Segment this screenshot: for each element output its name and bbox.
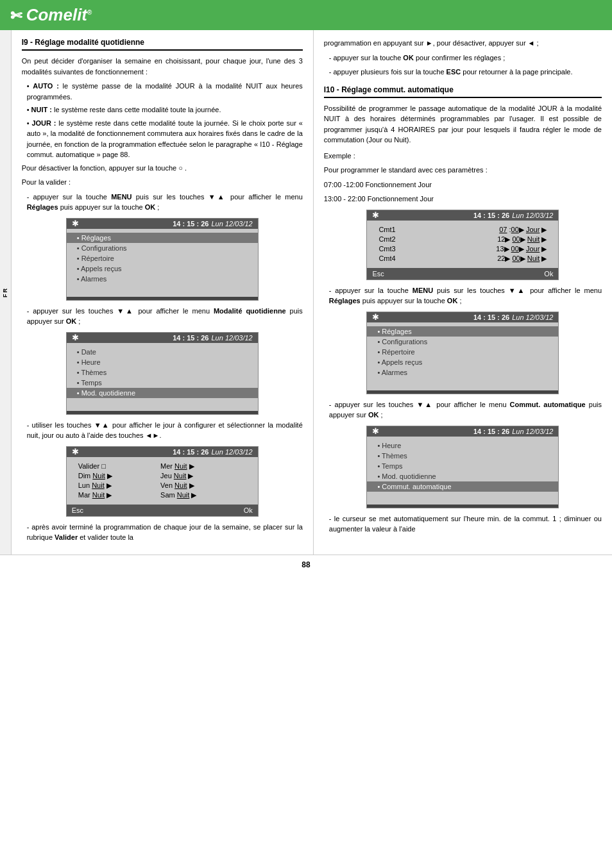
- screen4-container: ✱ 14 : 15 : 26 Lun 12/03/12 Cmt1 07 :00▶…: [324, 210, 602, 280]
- screen2-header: ✱ 14 : 15 : 26 Lun 12/03/12: [67, 333, 258, 343]
- screen3-header: ✱ 14 : 15 : 26 Lun 12/03/12: [67, 447, 258, 457]
- screen5-body: • Réglages • Configurations • Répertoire…: [367, 322, 558, 390]
- star-icon-5: ✱: [372, 312, 379, 322]
- esc-label-4: Esc: [372, 270, 384, 278]
- screen3-time: 14 : 15 : 26: [173, 448, 208, 456]
- screen6-time: 14 : 15 : 26: [473, 428, 509, 435]
- esc-label-3: Esc: [72, 506, 83, 514]
- menu-commut-6: • Commut. automatique: [367, 481, 558, 492]
- menu-alarmes-1: • Alarmes: [67, 274, 258, 284]
- menu-reglages-1: • Réglages: [67, 233, 258, 243]
- menu-configurations-1: • Configurations: [67, 243, 258, 253]
- menu-repertoire-1: • Répertoire: [67, 253, 258, 263]
- screen1: ✱ 14 : 15 : 26 Lun 12/03/12 • Réglages •…: [66, 218, 259, 301]
- menu-modquot-2: • Mod. quotidienne: [67, 388, 258, 398]
- right-bottom-text: - le curseur se met automatiquement sur …: [329, 513, 602, 535]
- right-section-title: I10 - Réglage commut. automatique: [324, 85, 602, 98]
- screen1-footer: [67, 297, 258, 300]
- screen6-body: • Heure • Thèmes • Temps • Mod. quotidie…: [367, 437, 558, 505]
- screen4-footer: Esc Ok: [367, 268, 558, 280]
- table-row: Dim Nuit ▶ Jeu Nuit ▶: [78, 472, 246, 480]
- menu-date-2: • Date: [67, 347, 258, 357]
- menu-repertoire-5: • Répertoire: [367, 347, 558, 357]
- table-row: Valider □ Mer Nuit ▶: [78, 462, 246, 471]
- menu-temps-6: • Temps: [367, 461, 558, 471]
- menu-alarmes-5: • Alarmes: [367, 367, 558, 378]
- table-row: Lun Nuit ▶ Ven Nuit ▶: [78, 481, 246, 490]
- left-section-title: I9 - Réglage modalité quotidienne: [22, 38, 303, 51]
- screen4-date: Lun 12/03/12: [512, 212, 553, 219]
- screen2-date: Lun 12/03/12: [211, 334, 252, 342]
- screen6: ✱ 14 : 15 : 26 Lun 12/03/12 • Heure • Th…: [366, 426, 559, 508]
- table-row: Cmt3 13▶ 00▶ Jour ▶: [378, 245, 547, 253]
- left-para-desactiver: Pour désactiver la fonction, appuyer sur…: [22, 163, 303, 174]
- fr-side-label: FR: [0, 30, 12, 555]
- scissors-icon: ✄: [10, 8, 22, 24]
- menu-themes-2: • Thèmes: [67, 367, 258, 378]
- screen1-date: Lun 12/03/12: [211, 220, 252, 228]
- left-para-utiliser: - utiliser les touches ▼▲ pour afficher …: [27, 420, 303, 441]
- screen5-footer: [367, 390, 558, 394]
- menu-themes-6: • Thèmes: [367, 451, 558, 461]
- screen3-body: Valider □ Mer Nuit ▶ Dim Nuit ▶ Jeu Nuit…: [67, 457, 258, 505]
- screen4: ✱ 14 : 15 : 26 Lun 12/03/12 Cmt1 07 :00▶…: [366, 210, 559, 280]
- ok-label-4: Ok: [544, 270, 553, 278]
- screen4-body: Cmt1 07 :00▶ Jour ▶ Cmt2 12▶ 00▶ Nuit ▶ …: [367, 221, 558, 268]
- screen5-header: ✱ 14 : 15 : 26 Lun 12/03/12: [367, 312, 558, 322]
- right-exemple: Exemple :: [324, 151, 602, 162]
- screen3-date: Lun 12/03/12: [211, 448, 252, 456]
- left-bullet-jour: • JOUR : le système reste dans cette mod…: [27, 118, 303, 160]
- left-para-1: On peut décider d'organiser la semaine e…: [22, 56, 303, 77]
- page-wrapper: ✄ Comelit® FR I9 - Réglage modalité quot…: [0, 0, 612, 574]
- screen6-header: ✱ 14 : 15 : 26 Lun 12/03/12: [367, 426, 558, 437]
- left-para-valider: Pour la valider :: [22, 177, 303, 188]
- logo: ✄ Comelit®: [10, 5, 92, 25]
- screen1-container: ✱ 14 : 15 : 26 Lun 12/03/12 • Réglages •…: [22, 218, 303, 301]
- screen3-container: ✱ 14 : 15 : 26 Lun 12/03/12 Valider □ Me…: [22, 446, 303, 517]
- content-wrapper: FR I9 - Réglage modalité quotidienne On …: [0, 30, 612, 555]
- right-continuation: programmation en appuyant sur ►, pour dé…: [324, 38, 602, 49]
- screen2-container: ✱ 14 : 15 : 26 Lun 12/03/12 • Date • Heu…: [22, 332, 303, 415]
- menu-appels-5: • Appels reçus: [367, 357, 558, 367]
- left-bullet-nuit: • NUIT : le système reste dans cette mod…: [27, 104, 303, 115]
- right-menu-instruction: - appuyer sur la touche MENU puis sur le…: [329, 285, 602, 306]
- screen3-footer: Esc Ok: [67, 505, 258, 516]
- right-time2: 13:00 - 22:00 Fonctionnement Jour: [324, 194, 602, 204]
- screen6-container: ✱ 14 : 15 : 26 Lun 12/03/12 • Heure • Th…: [324, 426, 602, 508]
- screen4-header: ✱ 14 : 15 : 26 Lun 12/03/12: [367, 210, 558, 221]
- menu-configurations-5: • Configurations: [367, 337, 558, 347]
- menu-appels-1: • Appels reçus: [67, 263, 258, 274]
- menu-temps-2: • Temps: [67, 378, 258, 388]
- table-row: Cmt2 12▶ 00▶ Nuit ▶: [378, 235, 547, 244]
- right-time1: 07:00 -12:00 Fonctionnement Jour: [324, 179, 602, 190]
- screen5: ✱ 14 : 15 : 26 Lun 12/03/12 • Réglages •…: [366, 312, 559, 394]
- ok-label-3: Ok: [244, 506, 253, 514]
- logo-sup: ®: [87, 9, 92, 16]
- screen5-date: Lun 12/03/12: [512, 313, 553, 321]
- screen1-time: 14 : 15 : 26: [173, 220, 208, 228]
- right-para-1: Possibilité de programmer le passage aut…: [324, 103, 602, 146]
- right-esc-line: - appuyer plusieurs fois sur la touche E…: [329, 67, 602, 78]
- left-para-menu: - appuyer sur la touche MENU puis sur le…: [27, 192, 303, 213]
- right-column: programmation en appuyant sur ►, pour dé…: [314, 30, 612, 555]
- left-para-touches: - appuyer sur les touches ▼▲ pour affich…: [27, 306, 303, 327]
- menu-reglages-5: • Réglages: [367, 326, 558, 337]
- header: ✄ Comelit®: [0, 0, 612, 30]
- menu-modquot-6: • Mod. quotidienne: [367, 471, 558, 481]
- screen3: ✱ 14 : 15 : 26 Lun 12/03/12 Valider □ Me…: [66, 446, 259, 517]
- screen1-header: ✱ 14 : 15 : 26 Lun 12/03/12: [67, 219, 258, 229]
- screen1-body: • Réglages • Configurations • Répertoire…: [67, 229, 258, 297]
- table-row: Cmt4 22▶ 00▶ Nuit ▶: [378, 255, 547, 263]
- screen2-body: • Date • Heure • Thèmes • Temps • Mod. q…: [67, 343, 258, 411]
- page-number: 88: [0, 555, 612, 574]
- table-row: Mar Nuit ▶ Sam Nuit ▶: [78, 491, 246, 499]
- right-standard: Pour programmer le standard avec ces par…: [324, 165, 602, 176]
- menu-heure-6: • Heure: [367, 440, 558, 451]
- star-icon-6: ✱: [372, 426, 379, 436]
- menu-heure-2: • Heure: [67, 357, 258, 367]
- screen6-footer: [367, 505, 558, 508]
- table-row: Cmt1 07 :00▶ Jour ▶: [378, 226, 547, 234]
- right-ok-line: - appuyer sur la touche OK pour confirme…: [329, 53, 602, 63]
- screen2-footer: [67, 411, 258, 414]
- screen4-time: 14 : 15 : 26: [473, 212, 509, 219]
